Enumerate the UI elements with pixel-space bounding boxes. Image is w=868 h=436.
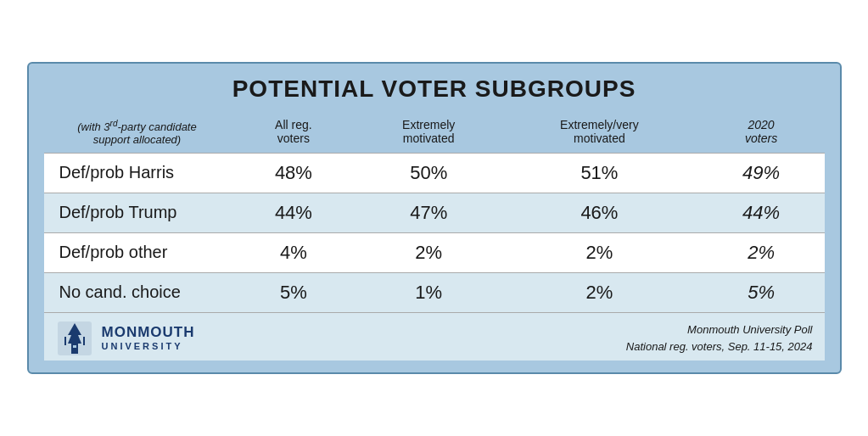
logo-university: UNIVERSITY [102, 341, 195, 351]
card: POTENTIAL VOTER SUBGROUPS (with 3rd-part… [27, 62, 842, 373]
logo-text: MONMOUTH UNIVERSITY [102, 325, 195, 351]
svg-rect-4 [75, 345, 76, 348]
row-col-extremely: 2% [356, 232, 501, 272]
row-label: No cand. choice [44, 272, 231, 312]
logo-area: MONMOUTH UNIVERSITY [56, 320, 195, 357]
svg-rect-6 [83, 337, 85, 345]
row-col-2020: 49% [698, 153, 825, 193]
footer-note-line2: National reg. voters, Sep. 11-15, 2024 [626, 338, 813, 355]
footer-note: Monmouth University Poll National reg. v… [626, 321, 813, 355]
monmouth-logo-icon [56, 320, 93, 357]
row-col-2020: 44% [698, 193, 825, 232]
row-col-all-reg: 44% [231, 193, 357, 232]
col-header-desc: (with 3rd-party candidatesupport allocat… [44, 111, 231, 153]
row-col-all-reg: 48% [231, 153, 357, 193]
row-label: Def/prob Trump [44, 193, 231, 232]
table-row: No cand. choice5%1%2%5% [44, 272, 825, 312]
col-header-2020: 2020 voters [698, 111, 825, 153]
row-col-extremely-very: 46% [501, 193, 698, 232]
main-title: POTENTIAL VOTER SUBGROUPS [44, 75, 825, 103]
table-row: Def/prob Trump44%47%46%44% [44, 193, 825, 232]
table-row: Def/prob Harris48%50%51%49% [44, 153, 825, 193]
col-header-extremely-very: Extremely/very motivated [501, 111, 698, 153]
row-col-all-reg: 5% [231, 272, 357, 312]
footer: MONMOUTH UNIVERSITY Monmouth University … [44, 312, 825, 361]
data-table: (with 3rd-party candidatesupport allocat… [44, 111, 825, 311]
svg-rect-2 [71, 344, 78, 354]
row-col-extremely-very: 51% [501, 153, 698, 193]
row-col-extremely-very: 2% [501, 272, 698, 312]
row-col-extremely: 50% [356, 153, 501, 193]
row-col-extremely: 47% [356, 193, 501, 232]
row-col-all-reg: 4% [231, 232, 357, 272]
row-label: Def/prob Harris [44, 153, 231, 193]
footer-note-line1: Monmouth University Poll [626, 321, 813, 338]
row-col-2020: 5% [698, 272, 825, 312]
table-header-row: (with 3rd-party candidatesupport allocat… [44, 111, 825, 153]
table-row: Def/prob other4%2%2%2% [44, 232, 825, 272]
svg-rect-5 [64, 337, 66, 345]
col-header-all-reg: All reg. voters [231, 111, 357, 153]
col-header-extremely-motivated: Extremely motivated [356, 111, 501, 153]
row-col-extremely-very: 2% [501, 232, 698, 272]
row-col-extremely: 1% [356, 272, 501, 312]
logo-monmouth: MONMOUTH [102, 325, 195, 341]
row-col-2020: 2% [698, 232, 825, 272]
row-label: Def/prob other [44, 232, 231, 272]
svg-rect-3 [73, 345, 75, 348]
